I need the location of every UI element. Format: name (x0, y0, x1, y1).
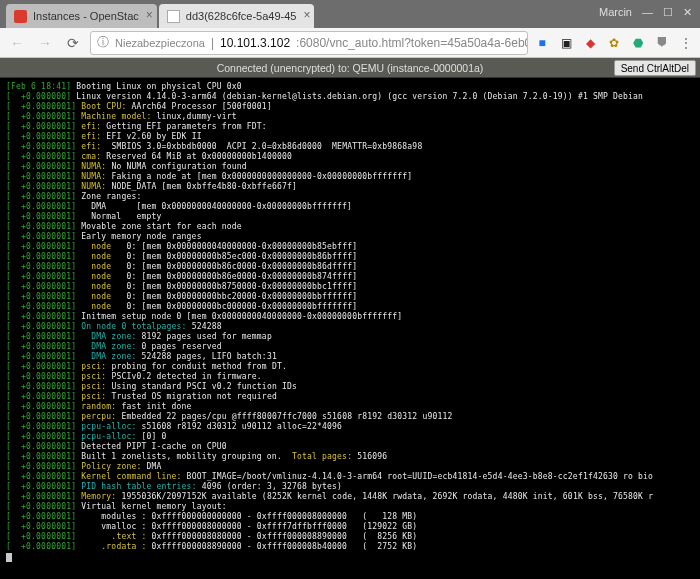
url-input[interactable]: ⓘ Niezabezpieczona | 10.101.3.102:6080/v… (90, 31, 528, 55)
vnc-status-text: Connected (unencrypted) to: QEMU (instan… (217, 62, 484, 74)
reload-icon: ⟳ (67, 35, 79, 51)
close-icon[interactable]: × (303, 9, 310, 21)
send-ctrlaltdel-button[interactable]: Send CtrlAltDel (614, 60, 696, 76)
close-icon[interactable]: × (146, 9, 153, 21)
url-host: 10.101.3.102 (220, 36, 290, 50)
back-button[interactable]: ← (6, 32, 28, 54)
security-label: Niezabezpieczona (115, 37, 205, 49)
window-user-area: Marcin — ☐ ✕ (599, 6, 692, 19)
url-path: :6080/vnc_auto.html?token=45a50a4a-6eb0-… (296, 36, 528, 50)
chevron-left-icon: ← (10, 35, 24, 51)
tab-strip: Instances - OpenStac × dd3(628c6fce-5a49… (0, 0, 700, 28)
ext-icon-5[interactable]: ⬣ (630, 35, 646, 51)
close-window-icon[interactable]: ✕ (683, 6, 692, 19)
browser-tab-vnc[interactable]: dd3(628c6fce-5a49-45 × (159, 4, 315, 28)
vnc-console[interactable]: [Feb 6 18:41] Booting Linux on physical … (0, 78, 700, 579)
maximize-icon[interactable]: ☐ (663, 6, 673, 19)
favicon-openstack (14, 10, 27, 23)
browser-tab-openstack[interactable]: Instances - OpenStac × (6, 4, 157, 28)
tab-label: Instances - OpenStac (33, 10, 139, 22)
ext-icon-4[interactable]: ✿ (606, 35, 622, 51)
extension-icons: ■ ▣ ◆ ✿ ⬣ ⛊ ⋮ (534, 35, 694, 51)
ext-icon-1[interactable]: ■ (534, 35, 550, 51)
tab-label: dd3(628c6fce-5a49-45 (186, 10, 297, 22)
forward-button[interactable]: → (34, 32, 56, 54)
new-tab-button[interactable] (316, 8, 338, 28)
menu-icon[interactable]: ⋮ (678, 35, 694, 51)
minimize-icon[interactable]: — (642, 6, 653, 19)
profile-name[interactable]: Marcin (599, 6, 632, 19)
ext-icon-3[interactable]: ◆ (582, 35, 598, 51)
terminal-cursor (6, 553, 12, 562)
info-icon[interactable]: ⓘ (97, 34, 109, 51)
chevron-right-icon: → (38, 35, 52, 51)
reload-button[interactable]: ⟳ (62, 32, 84, 54)
vnc-status-bar: Connected (unencrypted) to: QEMU (instan… (0, 58, 700, 78)
favicon-generic (167, 10, 180, 23)
ext-icon-2[interactable]: ▣ (558, 35, 574, 51)
ext-icon-6[interactable]: ⛊ (654, 35, 670, 51)
address-bar: ← → ⟳ ⓘ Niezabezpieczona | 10.101.3.102:… (0, 28, 700, 58)
